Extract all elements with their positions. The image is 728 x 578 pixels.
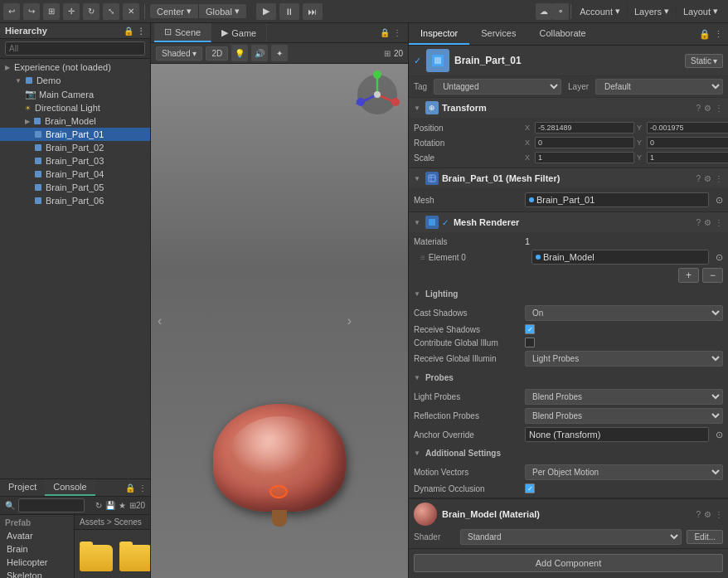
scene-lock-icon[interactable]: 🔒 [380, 28, 390, 37]
toolbar-undo[interactable]: ↩ [3, 3, 20, 20]
lighting-section-divider[interactable]: ▼ Lighting [409, 287, 728, 301]
mesh-renderer-header[interactable]: ▼ ✓ Mesh Renderer ? ⚙ ⋮ [409, 212, 728, 232]
layout-dropdown[interactable]: Layout ▾ [677, 4, 725, 18]
shading-dropdown[interactable]: Shaded▾ [156, 46, 202, 61]
prefab-item-helicopter[interactable]: Helicopter [0, 556, 74, 569]
dynamic-occlusion-checkbox[interactable]: ✓ [525, 483, 535, 493]
center-toggle[interactable]: Center ▾ [150, 4, 199, 18]
receive-shadows-checkbox[interactable]: ✓ [525, 324, 535, 334]
remove-material-button[interactable]: − [702, 268, 723, 283]
mesh-select-icon[interactable]: ⊙ [716, 195, 723, 206]
light-probes-dropdown[interactable]: Blend Probes [525, 389, 723, 405]
console-lock-icon[interactable]: 🔒 [125, 483, 135, 493]
console-menu-icon[interactable]: ⋮ [138, 483, 147, 493]
nav-left-arrow[interactable]: ‹ [158, 313, 162, 328]
hier-item-brain-part-02[interactable]: Brain_Part_02 [0, 141, 150, 154]
transform-settings-icon[interactable]: ⚙ [704, 104, 711, 113]
lights-toggle[interactable]: 💡 [231, 45, 248, 61]
hier-item-main-camera[interactable]: 📷 Main Camera [0, 87, 150, 101]
probes-section-divider[interactable]: ▼ Probes [409, 371, 728, 385]
anchor-select-icon[interactable]: ⊙ [716, 430, 723, 440]
toolbar-rotate[interactable]: ↻ [83, 3, 99, 20]
scene-view[interactable]: Y X Z ‹ › [151, 64, 408, 578]
asset-search-input[interactable] [18, 498, 85, 512]
reflection-probes-dropdown[interactable]: Blend Probes [525, 408, 723, 424]
material-help-icon[interactable]: ? [696, 510, 701, 519]
hier-item-brain-model[interactable]: ▶ Brain_Model [0, 114, 150, 128]
nav-right-arrow[interactable]: › [347, 313, 352, 328]
asset-folder-1[interactable] [80, 545, 113, 573]
asset-refresh-icon[interactable]: ↻ [95, 501, 102, 510]
mesh-renderer-help-icon[interactable]: ? [696, 218, 701, 227]
prefab-item-skeleton[interactable]: Skeleton [0, 569, 74, 578]
hierarchy-lock-icon[interactable]: 🔒 [124, 27, 133, 36]
material-menu-icon[interactable]: ⋮ [715, 510, 723, 519]
tab-game[interactable]: ▶ Game [211, 24, 267, 41]
mesh-filter-help-icon[interactable]: ? [696, 174, 701, 183]
hier-item-directional-light[interactable]: ☀ Directional Light [0, 101, 150, 114]
hier-item-brain-part-06[interactable]: Brain_Part_06 [0, 194, 150, 207]
tab-scene[interactable]: ⊡ Scene [154, 23, 211, 42]
scale-x-input[interactable] [535, 152, 634, 163]
toolbar-scale[interactable]: ⤡ [103, 3, 119, 20]
rot-x-input[interactable] [535, 137, 634, 148]
toolbar-transform[interactable]: ✕ [123, 3, 139, 20]
asset-star-icon[interactable]: ★ [119, 501, 126, 510]
shader-dropdown[interactable]: Standard [460, 529, 682, 545]
toolbar-move[interactable]: ✛ [63, 3, 80, 20]
step-button[interactable]: ⏭ [303, 3, 323, 20]
contribute-gi-checkbox[interactable] [525, 338, 535, 347]
tag-dropdown[interactable]: Untagged [434, 79, 561, 95]
prefab-item-brain[interactable]: Brain [0, 542, 74, 556]
scene-menu-icon[interactable]: ⋮ [393, 28, 401, 37]
layer-dropdown[interactable]: Default [595, 79, 723, 95]
mesh-renderer-enabled[interactable]: ✓ [442, 218, 449, 227]
transform-header[interactable]: ▼ ⊕ Transform ? ⚙ ⋮ [409, 98, 728, 118]
pos-x-input[interactable] [535, 122, 634, 134]
tab-project[interactable]: Project [0, 479, 45, 496]
hier-item-brain-part-04[interactable]: Brain_Part_04 [0, 168, 150, 181]
additional-section-divider[interactable]: ▼ Additional Settings [409, 446, 728, 460]
tab-console[interactable]: Console [45, 479, 95, 496]
mesh-renderer-menu-icon[interactable]: ⋮ [715, 218, 723, 227]
services-icon[interactable]: ☁ [536, 3, 552, 20]
mesh-filter-header[interactable]: ▼ Brain_Part_01 (Mesh Filter) ? ⚙ ⋮ [409, 168, 728, 188]
2d-toggle[interactable]: 2D [206, 46, 228, 61]
static-toggle[interactable]: Static ▾ [685, 54, 723, 68]
layers-dropdown[interactable]: Layers ▾ [628, 4, 677, 18]
tab-inspector[interactable]: Inspector [409, 23, 469, 45]
play-button[interactable]: ▶ [256, 3, 276, 20]
mesh-renderer-settings-icon[interactable]: ⚙ [704, 218, 711, 227]
asset-folder-2[interactable] [119, 545, 150, 573]
receive-gi-dropdown[interactable]: Light Probes [525, 351, 723, 367]
toolbar-redo[interactable]: ↪ [23, 3, 40, 20]
motion-vectors-dropdown[interactable]: Per Object Motion [525, 464, 723, 480]
audio-toggle[interactable]: 🔊 [251, 45, 268, 61]
asset-save-icon[interactable]: 💾 [105, 501, 115, 510]
scale-y-input[interactable] [647, 152, 728, 163]
tab-services[interactable]: Services [469, 23, 527, 45]
tab-collaborate[interactable]: Collaborate [527, 23, 597, 45]
add-material-button[interactable]: + [678, 268, 699, 283]
element0-select-icon[interactable]: ⊙ [716, 252, 723, 263]
rot-y-input[interactable] [647, 137, 728, 148]
hier-item-brain-part-05[interactable]: Brain_Part_05 [0, 181, 150, 194]
account-dropdown[interactable]: Account ▾ [573, 4, 628, 18]
pause-button[interactable]: ⏸ [279, 3, 299, 20]
hier-item-demo[interactable]: ▼ Demo [0, 74, 150, 87]
add-component-button[interactable]: Add Component [414, 554, 723, 572]
global-toggle[interactable]: Global ▾ [199, 4, 246, 18]
object-enabled-checkbox[interactable]: ✓ [414, 56, 421, 66]
edit-shader-button[interactable]: Edit... [687, 530, 723, 544]
transform-help-icon[interactable]: ? [696, 104, 701, 113]
hierarchy-menu-icon[interactable]: ⋮ [137, 27, 145, 36]
connect-icon[interactable]: ⚬ [552, 3, 569, 20]
inspector-lock-icon[interactable]: 🔒 [699, 29, 711, 40]
hier-item-brain-part-03[interactable]: Brain_Part_03 [0, 154, 150, 168]
prefab-item-avatar[interactable]: Avatar [0, 529, 74, 542]
toolbar-rect[interactable]: ⊞ [43, 3, 60, 20]
mesh-filter-settings-icon[interactable]: ⚙ [704, 174, 711, 183]
effects-toggle[interactable]: ✦ [271, 45, 288, 61]
pos-y-input[interactable] [647, 122, 728, 134]
hierarchy-search-input[interactable] [5, 41, 145, 56]
